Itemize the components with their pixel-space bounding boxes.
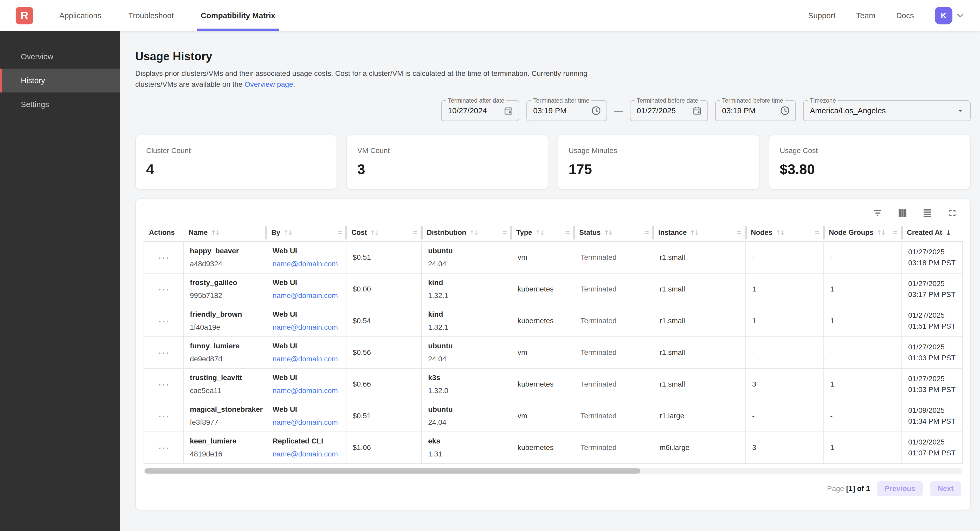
terminated-after-date-value[interactable]: 10/27/2024 (448, 106, 504, 115)
replicated-logo[interactable]: R (16, 7, 33, 24)
terminated-after-time-field[interactable]: Terminated after time 03:19 PM (527, 100, 607, 121)
page-indicator: Page [1] of 1 (827, 485, 870, 493)
account-menu-button[interactable]: K (935, 7, 966, 24)
ellipsis-icon[interactable]: ••• (158, 350, 170, 356)
ellipsis-icon[interactable]: ••• (158, 287, 170, 293)
cell-distribution: kind1.32.1 (422, 305, 511, 337)
clock-icon[interactable] (780, 105, 790, 116)
arrow-down-icon[interactable]: ↓ (945, 228, 952, 237)
stat-card-vm-count: VM Count 3 (347, 135, 548, 190)
nav-tab-troubleshoot[interactable]: Troubleshoot (124, 0, 178, 31)
drag-handle-icon[interactable]: = (737, 228, 743, 237)
cell-type: kubernetes (511, 368, 574, 400)
nav-tab-applications[interactable]: Applications (55, 0, 106, 31)
table-row: ••• friendly_brown1f40a19e Web UIname@do… (144, 305, 963, 337)
column-header-instance[interactable]: Instance↑↓= (653, 224, 746, 242)
ellipsis-icon[interactable]: ••• (158, 414, 170, 419)
ellipsis-icon[interactable]: ••• (158, 319, 170, 324)
date-range-separator: — (614, 106, 623, 116)
drag-handle-icon[interactable]: = (893, 228, 899, 237)
column-header-distribution[interactable]: Distribution↑↓= (422, 224, 511, 242)
nav-link-support[interactable]: Support (808, 11, 835, 20)
column-divider (510, 226, 512, 239)
row-actions-cell: ••• (144, 273, 183, 305)
sort-arrows-icon[interactable]: ↑↓ (370, 229, 379, 236)
column-header-name[interactable]: Name↑↓ (183, 224, 266, 242)
nav-tab-compatibility-matrix[interactable]: Compatibility Matrix (197, 0, 280, 31)
sort-arrows-icon[interactable]: ↑↓ (211, 229, 219, 236)
main-content: Usage History Displays prior clusters/VM… (119, 31, 980, 531)
column-header-node-groups[interactable]: Node Groups↑↓= (824, 224, 902, 242)
terminated-after-time-value[interactable]: 03:19 PM (533, 106, 591, 115)
sort-arrows-icon[interactable]: ↑↓ (604, 229, 612, 236)
row-actions-cell: ••• (144, 242, 183, 273)
sort-arrows-icon[interactable]: ↑↓ (535, 229, 544, 236)
column-header-created-at[interactable]: Created At↓ (902, 224, 963, 242)
cell-type: vm (511, 400, 574, 432)
column-header-status[interactable]: Status↑↓= (574, 224, 653, 242)
sidebar-item-overview[interactable]: Overview (0, 45, 119, 68)
ellipsis-icon[interactable]: ••• (158, 382, 170, 388)
sort-arrows-icon[interactable]: ↑↓ (776, 229, 784, 236)
columns-icon[interactable] (897, 207, 908, 219)
sidebar-item-settings[interactable]: Settings (0, 92, 119, 116)
filter-icon[interactable] (872, 207, 883, 219)
fullscreen-icon[interactable] (947, 207, 958, 219)
column-divider (573, 226, 575, 239)
column-header-nodes[interactable]: Nodes↑↓= (746, 224, 824, 242)
drag-handle-icon[interactable]: = (815, 228, 821, 237)
email-link[interactable]: name@domain.com (272, 260, 341, 268)
previous-page-button[interactable]: Previous (877, 481, 923, 496)
nav-link-docs[interactable]: Docs (896, 11, 914, 20)
terminated-before-date-value[interactable]: 01/27/2025 (637, 106, 692, 115)
avatar: K (935, 7, 953, 24)
clock-icon[interactable] (591, 105, 601, 116)
email-link[interactable]: name@domain.com (272, 355, 341, 363)
terminated-after-date-field[interactable]: Terminated after date 10/27/2024 (441, 100, 519, 121)
chevron-down-icon (955, 10, 966, 21)
drag-handle-icon[interactable]: = (644, 228, 650, 237)
density-icon[interactable] (922, 207, 933, 219)
sort-arrows-icon[interactable]: ↑↓ (283, 229, 292, 236)
sort-arrows-icon[interactable]: ↑↓ (690, 229, 698, 236)
drag-handle-icon[interactable]: = (337, 228, 343, 237)
email-link[interactable]: name@domain.com (272, 387, 341, 395)
sort-arrows-icon[interactable]: ↑↓ (469, 229, 477, 236)
timezone-value[interactable]: America/Los_Angeles (810, 106, 956, 115)
column-header-by[interactable]: By↑↓= (266, 224, 346, 242)
terminated-before-date-field[interactable]: Terminated before date 01/27/2025 (630, 100, 708, 121)
app-window: R Applications Troubleshoot Compatibilit… (0, 0, 980, 531)
terminated-before-time-value[interactable]: 03:19 PM (722, 106, 780, 115)
sort-arrows-icon[interactable]: ↑↓ (877, 229, 885, 236)
cell-nodes: 1 (746, 273, 824, 305)
drag-handle-icon[interactable]: = (565, 228, 571, 237)
column-header-type[interactable]: Type↑↓= (511, 224, 574, 242)
drag-handle-icon[interactable]: = (502, 228, 508, 237)
cell-status: Terminated (574, 337, 653, 368)
sidebar-item-history[interactable]: History (0, 68, 119, 92)
cell-name: happy_beavera48d9324 (183, 242, 266, 273)
email-link[interactable]: name@domain.com (272, 450, 341, 458)
cell-cost: $1.06 (346, 432, 422, 463)
next-page-button[interactable]: Next (930, 481, 961, 496)
ellipsis-icon[interactable]: ••• (158, 255, 170, 261)
ellipsis-icon[interactable]: ••• (158, 445, 170, 451)
calendar-icon[interactable] (692, 106, 702, 116)
cell-by: Web UIname@domain.com (266, 305, 346, 337)
cell-cost: $0.51 (346, 242, 422, 273)
caret-down-icon[interactable] (956, 106, 965, 115)
horizontal-scrollbar-track[interactable] (143, 468, 963, 474)
drag-handle-icon[interactable]: = (413, 228, 418, 237)
terminated-before-time-field[interactable]: Terminated before time 03:19 PM (715, 100, 796, 121)
timezone-select[interactable]: Timezone America/Los_Angeles (803, 100, 970, 121)
cell-distribution: ubuntu24.04 (422, 337, 511, 368)
column-header-cost[interactable]: Cost↑↓= (346, 224, 422, 242)
horizontal-scrollbar-thumb[interactable] (145, 468, 640, 474)
email-link[interactable]: name@domain.com (272, 418, 341, 426)
nav-link-team[interactable]: Team (856, 11, 875, 20)
email-link[interactable]: name@domain.com (272, 292, 341, 300)
email-link[interactable]: name@domain.com (272, 323, 341, 331)
cell-instance: r1.small (653, 337, 746, 368)
calendar-icon[interactable] (504, 106, 514, 116)
overview-page-link[interactable]: Overview page (245, 80, 293, 88)
